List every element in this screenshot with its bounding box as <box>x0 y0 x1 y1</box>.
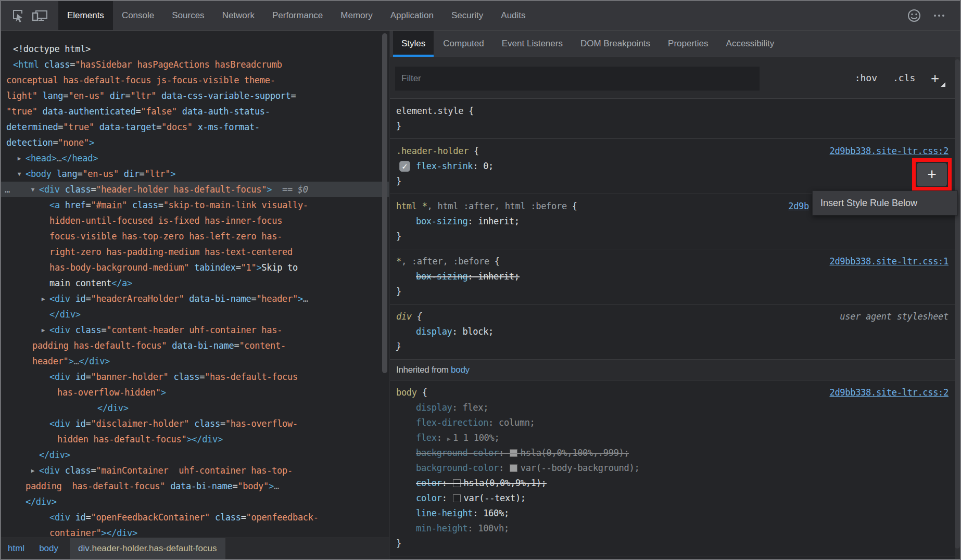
css-property-row[interactable]: ✓flex-shrink: 0; <box>396 159 949 174</box>
rule-selector[interactable]: , :after, :before <box>401 254 495 269</box>
color-swatch[interactable] <box>510 464 517 472</box>
stylesheet-source-link[interactable]: 2d9bb338.site-ltr.css:2 <box>829 144 949 159</box>
inspect-element-icon[interactable] <box>7 5 29 26</box>
css-property-row[interactable]: color: hsla(0,0%,9%,1); <box>396 476 949 491</box>
toolbar-tab-performance[interactable]: Performance <box>263 1 332 30</box>
css-property-row[interactable]: display: block; <box>396 324 949 339</box>
css-property-row[interactable]: background-color: hsla(0,0%,100%,.999); <box>396 446 949 461</box>
color-swatch[interactable] <box>453 479 461 487</box>
insert-style-rule-button[interactable]: + <box>917 163 947 186</box>
collapse-arrow-icon[interactable]: ▼ <box>15 167 23 182</box>
rule-selector[interactable]: { <box>417 309 422 324</box>
toolbar-tab-audits[interactable]: Audits <box>492 1 534 30</box>
expand-arrow-icon[interactable]: ▶ <box>15 151 23 167</box>
css-property-row[interactable]: background-color: var(--body-background)… <box>396 461 949 476</box>
css-property-row[interactable]: box-sizing: inherit; <box>396 269 949 284</box>
new-style-rule-button[interactable]: + <box>931 70 944 86</box>
rule-selector[interactable]: , html :after, html :before <box>427 199 572 214</box>
styles-scrollbar-thumb[interactable] <box>955 59 960 549</box>
toolbar-tab-elements[interactable]: Elements <box>58 1 113 30</box>
styles-filter-input[interactable] <box>395 67 760 91</box>
toggle-element-state-button[interactable]: :hov <box>855 72 877 83</box>
rule-selector[interactable]: * <box>396 254 401 269</box>
color-swatch[interactable] <box>510 449 517 457</box>
dom-tree-node[interactable]: ▶<div id="headerAreaHolder" data-bi-name… <box>1 291 389 307</box>
dom-tree-node[interactable]: "true" data-authenticated="false" data-a… <box>1 104 389 119</box>
toolbar-tab-security[interactable]: Security <box>442 1 492 30</box>
rule-selector[interactable]: element.style <box>396 104 469 119</box>
toolbar-tab-console[interactable]: Console <box>113 1 163 30</box>
expand-arrow-icon[interactable]: ▶ <box>39 291 47 307</box>
dom-tree-node[interactable]: right-zero has-padding-medium has-text-c… <box>1 244 389 260</box>
styles-scrollbar-track[interactable] <box>955 57 960 559</box>
dom-tree-node[interactable]: conceptual has-default-focus js-focus-vi… <box>1 72 389 88</box>
dom-tree-node[interactable]: padding has-default-focus" data-bi-name=… <box>1 338 389 353</box>
breadcrumb-item-div[interactable]: div.header-holder.has-default-focus <box>70 538 225 559</box>
dom-tree-node[interactable]: <div id="banner-holder" class="has-defau… <box>1 369 389 385</box>
more-menu-icon[interactable] <box>927 5 952 26</box>
dom-tree-node[interactable]: ▶<head>…</head> <box>1 150 389 166</box>
color-swatch[interactable] <box>453 494 461 502</box>
styles-tab-accessibility[interactable]: Accessibility <box>718 31 783 57</box>
expand-arrow-icon[interactable]: ▶ <box>29 463 37 479</box>
rule-selector[interactable]: .header-holder <box>396 144 474 159</box>
breadcrumb-item-html[interactable]: html <box>1 538 32 559</box>
css-property-row[interactable]: flex: ▶1 1 100%; <box>396 430 949 446</box>
dom-tree-node[interactable]: determined="true" data-target="docs" x-m… <box>1 119 389 135</box>
inherited-from-link[interactable]: body <box>451 365 470 375</box>
dom-tree-node[interactable]: header">…</div> <box>1 353 389 369</box>
dom-tree-node[interactable]: …▼<div class="header-holder has-default-… <box>1 182 389 197</box>
stylesheet-source-link[interactable]: 2d9b <box>788 199 809 214</box>
dom-tree-node[interactable]: </div> <box>1 307 389 322</box>
toolbar-tab-application[interactable]: Application <box>382 1 442 30</box>
rule-selector[interactable]: { <box>495 254 500 269</box>
rule-selector[interactable]: { <box>422 385 427 400</box>
property-enabled-checkbox[interactable]: ✓ <box>399 161 410 172</box>
dom-tree-node[interactable]: </div> <box>1 447 389 463</box>
stylesheet-source-link[interactable]: 2d9bb338.site-ltr.css:2 <box>829 385 949 400</box>
dom-tree-node[interactable]: padding has-default-focus" data-bi-name=… <box>1 478 389 494</box>
dom-tree-node[interactable]: <a href="#main" class="skip-to-main-link… <box>1 197 389 213</box>
dom-tree-node[interactable]: has-overflow-hidden"> <box>1 385 389 400</box>
device-toolbar-icon[interactable] <box>29 5 51 26</box>
dom-tree-node[interactable]: main content</a> <box>1 275 389 291</box>
rule-selector[interactable]: { <box>474 144 479 159</box>
styles-tab-event-listeners[interactable]: Event Listeners <box>494 31 571 57</box>
element-classes-button[interactable]: .cls <box>893 72 915 83</box>
css-property-row[interactable]: color: var(--text); <box>396 491 949 506</box>
styles-tab-styles[interactable]: Styles <box>393 31 434 57</box>
css-property-row[interactable]: box-sizing: inherit; <box>396 214 949 229</box>
dom-tree-node[interactable]: ▶<div class="mainContainer uhf-container… <box>1 463 389 478</box>
dom-tree-node[interactable]: <div id="disclaimer-holder" class="has-o… <box>1 416 389 431</box>
styles-tab-dom-breakpoints[interactable]: DOM Breakpoints <box>572 31 659 57</box>
rule-selector[interactable]: div <box>396 309 417 324</box>
dom-tree-node[interactable]: <html class="hasSidebar hasPageActions h… <box>1 57 389 72</box>
dom-tree-node[interactable]: focus-visible has-top-zero has-left-zero… <box>1 228 389 244</box>
rule-selector[interactable]: html * <box>396 199 427 214</box>
dom-tree-node[interactable]: detection="none"> <box>1 135 389 150</box>
css-property-row[interactable]: min-height: 100vh; <box>396 521 949 536</box>
collapse-arrow-icon[interactable]: ▼ <box>29 182 37 198</box>
toolbar-tab-network[interactable]: Network <box>213 1 263 30</box>
dom-tree-node[interactable]: <div id="openFeedbackContainer" class="o… <box>1 510 389 525</box>
styles-tab-computed[interactable]: Computed <box>435 31 492 57</box>
elements-scrollbar-thumb[interactable] <box>382 33 387 373</box>
dom-tree-node[interactable]: hidden-until-focused is-fixed has-inner-… <box>1 213 389 228</box>
rule-selector[interactable]: { <box>469 104 474 119</box>
dom-tree-node[interactable]: ▼<body lang="en-us" dir="ltr"> <box>1 166 389 182</box>
dom-tree-node[interactable]: light" lang="en-us" dir="ltr" data-css-v… <box>1 88 389 104</box>
expand-shorthand-icon[interactable]: ▶ <box>447 436 450 442</box>
dom-tree-node[interactable]: hidden has-default-focus"></div> <box>1 431 389 447</box>
rule-selector[interactable]: { <box>572 199 577 214</box>
css-property-row[interactable]: flex-direction: column; <box>396 415 949 430</box>
dom-tree-node[interactable]: <!doctype html> <box>1 41 389 57</box>
css-property-row[interactable]: display: flex; <box>396 400 949 415</box>
dom-tree-node[interactable]: </div> <box>1 494 389 510</box>
feedback-smiley-icon[interactable] <box>902 5 927 26</box>
expand-arrow-icon[interactable]: ▶ <box>39 323 47 338</box>
dom-tree-node[interactable]: ▶<div class="content-header uhf-containe… <box>1 322 389 338</box>
stylesheet-source-link[interactable]: 2d9bb338.site-ltr.css:1 <box>829 254 949 269</box>
rule-selector[interactable]: body <box>396 385 422 400</box>
styles-tab-properties[interactable]: Properties <box>660 31 716 57</box>
breadcrumb-item-body[interactable]: body <box>32 538 66 559</box>
